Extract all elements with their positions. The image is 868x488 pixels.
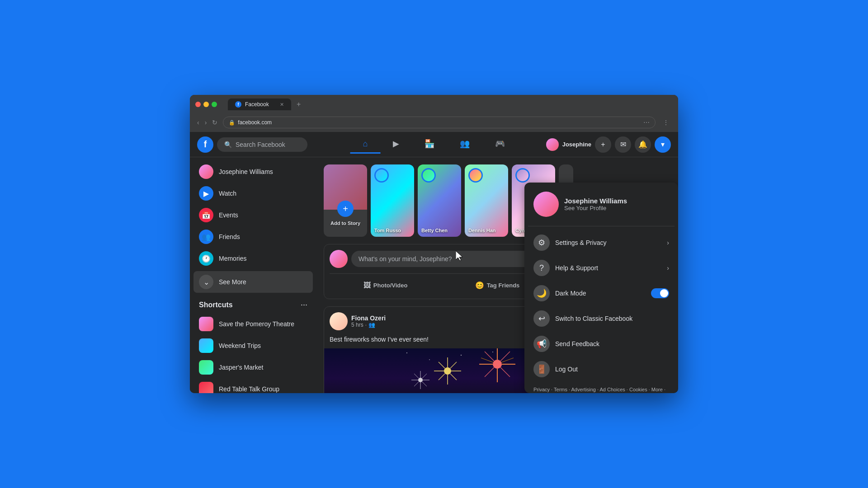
post-placeholder: What's on your mind, Josephine? <box>359 255 452 263</box>
facebook-logo[interactable]: f <box>197 136 213 153</box>
nav-home-icon[interactable]: ⌂ <box>350 136 381 154</box>
menu-help-item[interactable]: ? Help & Support › <box>528 255 675 281</box>
traffic-lights <box>195 102 217 107</box>
shortcut-jaspers-label: Jasper's Market <box>219 364 263 371</box>
shortcuts-title: Shortcuts <box>199 301 233 309</box>
shortcuts-more-button[interactable]: ··· <box>301 300 307 310</box>
refresh-button[interactable]: ↻ <box>210 117 219 128</box>
help-label: Help & Support <box>555 264 661 272</box>
tab-favicon: f <box>235 101 241 108</box>
shortcut-redtable-thumb <box>199 382 213 393</box>
menu-darkmode-item[interactable]: 🌙 Dark Mode <box>528 281 675 306</box>
sidebar-watch-label: Watch <box>219 190 236 197</box>
tab-close-button[interactable]: ✕ <box>280 102 284 108</box>
svg-line-23 <box>500 367 510 377</box>
story-betty[interactable]: Betty Chen <box>418 164 461 237</box>
menu-settings-item[interactable]: ⚙ Settings & Privacy › <box>528 230 675 255</box>
shortcuts-header: Shortcuts ··· <box>193 296 313 313</box>
sidebar-item-friends[interactable]: 👥 Friends <box>193 226 313 248</box>
dropdown-menu-button[interactable]: ▾ <box>655 136 671 153</box>
forward-button[interactable]: › <box>203 117 209 128</box>
shortcut-weekend-label: Weekend Trips <box>219 342 261 349</box>
address-bar[interactable]: 🔒 facebook.com ⋯ <box>223 117 656 128</box>
user-name-nav: Josephine <box>562 141 591 148</box>
friends-icon: 👥 <box>199 230 213 244</box>
sidebar-item-memories[interactable]: 🕐 Memories <box>193 248 313 269</box>
story-betty-avatar <box>421 168 436 183</box>
top-navigation: f 🔍 Search Facebook ⌂ ▶ 🏪 👥 🎮 Josephine … <box>190 132 678 157</box>
svg-line-44 <box>414 382 419 386</box>
darkmode-toggle[interactable] <box>651 288 669 298</box>
shortcut-weekend[interactable]: Weekend Trips <box>193 335 313 357</box>
memories-icon: 🕐 <box>199 251 213 266</box>
shortcut-jaspers[interactable]: Jasper's Market <box>193 357 313 378</box>
menu-user-info: Josephine Williams See Your Profile <box>564 197 669 211</box>
minimize-button[interactable] <box>203 102 209 107</box>
photo-icon: 🖼 <box>363 282 371 290</box>
user-chip[interactable]: Josephine <box>546 138 591 151</box>
settings-icon: ⚙ <box>533 235 550 251</box>
menu-profile-avatar <box>533 192 559 217</box>
browser-settings-icon[interactable]: ⋮ <box>659 119 673 126</box>
story-dennis-label: Dennis Han <box>468 228 505 233</box>
close-button[interactable] <box>195 102 201 107</box>
settings-arrow-icon: › <box>667 239 669 246</box>
new-tab-button[interactable]: + <box>293 100 304 108</box>
tag-icon: 😊 <box>475 281 484 290</box>
sidebar-item-events[interactable]: 📅 Events <box>193 204 313 226</box>
browser-chrome: f Facebook ✕ + ‹ › ↻ 🔒 facebook.com ⋯ ⋮ <box>190 95 678 132</box>
classic-label: Switch to Classic Facebook <box>555 315 669 322</box>
svg-line-13 <box>439 362 445 368</box>
shortcut-pomeroy-label: Save the Pomeroy Theatre <box>219 320 294 328</box>
story-tom-avatar <box>374 168 389 183</box>
search-bar[interactable]: 🔍 Search Facebook <box>217 137 307 152</box>
story-tom[interactable]: Tom Russo <box>371 164 414 237</box>
add-story-card[interactable]: + Add to Story <box>324 164 367 237</box>
shortcut-redtable[interactable]: Red Table Talk Group <box>193 378 313 393</box>
story-dennis[interactable]: Dennis Han <box>465 164 508 237</box>
sidebar-events-label: Events <box>219 211 238 219</box>
svg-point-1 <box>429 359 430 360</box>
photo-video-label: Photo/Video <box>373 282 408 289</box>
sidebar-see-more-button[interactable]: ⌄ See More <box>193 271 313 293</box>
svg-point-3 <box>492 352 493 352</box>
nav-watch-icon[interactable]: ▶ <box>380 135 412 154</box>
darkmode-label: Dark Mode <box>555 290 646 297</box>
svg-point-0 <box>406 352 407 353</box>
menu-feedback-item[interactable]: 📢 Send Feedback <box>528 331 675 357</box>
menu-profile-item[interactable]: Josephine Williams See Your Profile <box>528 186 675 222</box>
browser-tab[interactable]: f Facebook ✕ <box>228 99 291 110</box>
svg-point-36 <box>418 378 423 382</box>
main-content: Josephine Williams ▶ Watch 📅 Events 👥 Fr… <box>190 157 678 393</box>
see-more-icon: ⌄ <box>199 275 213 289</box>
nav-groups-icon[interactable]: 👥 <box>447 135 482 154</box>
nav-gaming-icon[interactable]: 🎮 <box>482 135 518 154</box>
search-icon: 🔍 <box>224 141 232 148</box>
back-button[interactable]: ‹ <box>195 117 201 128</box>
sidebar-item-watch[interactable]: ▶ Watch <box>193 183 313 204</box>
events-icon: 📅 <box>199 208 213 222</box>
shortcut-pomeroy-thumb <box>199 317 213 331</box>
add-button[interactable]: + <box>595 136 611 153</box>
shortcut-pomeroy[interactable]: Save the Pomeroy Theatre <box>193 313 313 335</box>
shortcut-jaspers-thumb <box>199 360 213 375</box>
sidebar-item-profile[interactable]: Josephine Williams <box>193 161 313 183</box>
tab-title: Facebook <box>245 101 269 108</box>
search-placeholder: Search Facebook <box>236 141 285 148</box>
nav-marketplace-icon[interactable]: 🏪 <box>412 135 447 154</box>
messenger-button[interactable]: ✉ <box>615 136 631 153</box>
logout-label: Log Out <box>555 366 669 373</box>
photo-video-button[interactable]: 🖼 Photo/Video <box>330 277 441 293</box>
ssl-lock-icon: 🔒 <box>229 120 235 126</box>
story-dennis-avatar <box>468 168 483 183</box>
tag-friends-label: Tag Friends <box>487 282 520 289</box>
post-separator: · <box>365 322 367 328</box>
menu-classic-item[interactable]: ↩ Switch to Classic Facebook <box>528 306 675 331</box>
maximize-button[interactable] <box>212 102 217 107</box>
menu-logout-item[interactable]: 🚪 Log Out <box>528 357 675 382</box>
feedback-icon: 📢 <box>533 336 550 352</box>
sidebar-friends-label: Friends <box>219 233 240 240</box>
url-text: facebook.com <box>238 119 272 126</box>
notifications-button[interactable]: 🔔 <box>635 136 651 153</box>
facebook-app: f 🔍 Search Facebook ⌂ ▶ 🏪 👥 🎮 Josephine … <box>190 132 678 393</box>
